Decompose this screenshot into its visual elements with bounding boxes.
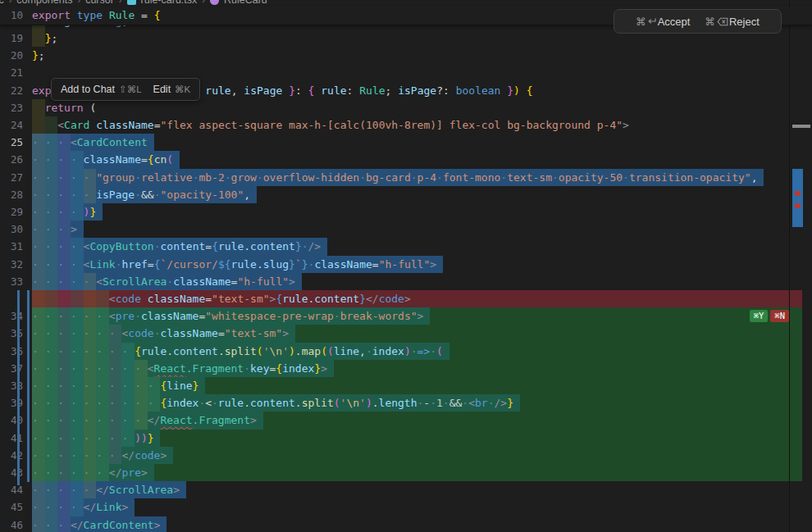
- code-editor[interactable]: src › components › cursor › rule-card.ts…: [0, 0, 812, 532]
- indent-guide: ·: [71, 447, 84, 464]
- line-number[interactable]: 42: [0, 447, 23, 464]
- code-line[interactable]: 27· · · · · "group·relative·mb-2·grow·ov…: [0, 169, 812, 186]
- accept-hunk-badge[interactable]: ⌘Y: [750, 310, 769, 322]
- breadcrumb-item-file[interactable]: rule-card.tsx: [141, 0, 198, 6]
- added-code-line[interactable]: 36· · · · · · · · {rule.content.split('\…: [0, 343, 812, 360]
- line-number[interactable]: 40: [0, 412, 23, 429]
- breadcrumb-item-components[interactable]: components: [16, 0, 72, 6]
- code-token: pre: [116, 310, 135, 322]
- add-to-chat-button[interactable]: Add to Chat ⇧⌘L: [61, 84, 142, 95]
- code-token: >: [154, 519, 161, 531]
- added-code-line[interactable]: 37· · · · · · · · · <React.Fragment·key=…: [0, 360, 812, 377]
- line-number[interactable]: 35: [0, 325, 23, 342]
- deleted-code-line[interactable]: · · · · · · <code className="text-sm">{r…: [0, 290, 812, 307]
- diff-gutter-bar: [27, 290, 30, 482]
- code-text: · · · · · "group·relative·mb-2·grow·over…: [32, 169, 764, 186]
- code-text: · · · · · · · · · </React.Fragment>: [32, 412, 263, 429]
- line-number[interactable]: 37: [0, 360, 23, 377]
- indent-guide: ·: [96, 377, 109, 394]
- code-line[interactable]: 32· · · · <Link·href={`/cursor/${rule.sl…: [0, 256, 812, 273]
- code-token: className: [314, 258, 372, 271]
- line-number[interactable]: 46: [0, 516, 23, 532]
- added-code-line[interactable]: 35· · · · · · · <code·className="text-sm…: [0, 325, 812, 342]
- indent-guide: ·: [84, 290, 97, 307]
- overview-ruler-selection-marker[interactable]: [792, 169, 803, 227]
- indent-guide: ·: [135, 360, 148, 377]
- breadcrumb-item-src[interactable]: src: [0, 0, 4, 6]
- code-line[interactable]: 45· · · · </Link>: [0, 498, 812, 516]
- line-number[interactable]: 26: [0, 151, 23, 168]
- code-token: Link: [96, 501, 121, 513]
- line-number[interactable]: 39: [0, 394, 23, 412]
- line-number[interactable]: 22: [0, 82, 23, 99]
- line-number[interactable]: 28: [0, 186, 23, 203]
- added-code-line[interactable]: 43· · · · · · </pre>: [0, 464, 812, 481]
- added-code-line[interactable]: 41· · · · · · · · ))}: [0, 430, 812, 447]
- line-number[interactable]: 44: [0, 481, 23, 498]
- code-line[interactable]: 25· · · <CardContent: [0, 134, 812, 151]
- indent-guide: ·: [96, 447, 109, 464]
- code-text: · · · · · <ScrollArea·className="h-full"…: [32, 273, 302, 290]
- code-line[interactable]: 31· · · · <CopyButton·content={rule.cont…: [0, 238, 812, 255]
- code-line[interactable]: 20};: [0, 47, 812, 64]
- line-number[interactable]: 29: [0, 203, 23, 221]
- code-token: }: [89, 206, 96, 218]
- line-number[interactable]: 23: [0, 99, 23, 116]
- added-code-line[interactable]: 34· · · · · · <pre·className="whitespace…: [0, 307, 812, 325]
- selection-highlight: · · · · · </ScrollArea>: [32, 481, 186, 498]
- line-number[interactable]: 31: [0, 238, 23, 255]
- added-code-line[interactable]: 40· · · · · · · · · </React.Fragment>: [0, 412, 812, 429]
- indent-guide: ·: [45, 516, 58, 532]
- added-code-line[interactable]: 39· · · · · · · · · · {index·<·rule.cont…: [0, 394, 812, 412]
- line-number[interactable]: 45: [0, 498, 23, 516]
- added-code-line[interactable]: 38· · · · · · · · · · {line}: [0, 377, 812, 394]
- code-token: >: [160, 449, 167, 462]
- line-number[interactable]: 24: [0, 116, 23, 134]
- indent-guide: ·: [45, 464, 58, 481]
- line-number[interactable]: 34: [0, 307, 23, 325]
- code-line[interactable]: 29· · · · )}: [0, 203, 812, 221]
- indent-guide: ·: [121, 430, 135, 447]
- line-number[interactable]: 33: [0, 273, 23, 290]
- line-number[interactable]: 43: [0, 464, 23, 481]
- code-line[interactable]: 28· · · · · isPage·&&·"opacity-100",: [0, 186, 812, 203]
- code-token: ·: [244, 362, 250, 375]
- reject-button[interactable]: ⌘ Reject: [705, 16, 759, 28]
- code-line[interactable]: 26· · · · className={cn(: [0, 151, 812, 168]
- indent-guide: ·: [71, 290, 84, 307]
- edit-button[interactable]: Edit ⌘K: [153, 84, 191, 95]
- code-text: · · · · · · · </code>: [32, 447, 173, 464]
- code-line[interactable]: 46· · · </CardContent>: [0, 516, 812, 532]
- breadcrumb-item-cursor[interactable]: cursor: [85, 0, 114, 6]
- line-number[interactable]: 27: [0, 169, 23, 186]
- code-line[interactable]: 30· · · >: [0, 221, 812, 238]
- code-text: · };: [32, 30, 57, 47]
- accept-button[interactable]: ⌘ Accept: [636, 16, 690, 28]
- indent-guide: ·: [96, 412, 109, 429]
- code-token: ·<·: [198, 397, 217, 409]
- indent-guide: ·: [57, 343, 71, 360]
- line-number[interactable]: 38: [0, 377, 23, 394]
- overview-ruler-error-marker: [795, 191, 801, 196]
- line-number[interactable]: 30: [0, 221, 23, 238]
- added-code-line[interactable]: 42· · · · · · · </code>: [0, 447, 812, 464]
- indent-guide: ·: [148, 394, 161, 412]
- breadcrumb-item-symbol[interactable]: RuleCard: [224, 0, 267, 6]
- indent-guide: ·: [109, 412, 122, 429]
- code-token: >: [282, 327, 289, 339]
- code-token: "flex aspect-square max-h-[calc(100vh-8r…: [161, 119, 623, 131]
- code-line[interactable]: 23· return (: [0, 99, 812, 116]
- indent-guide: ·: [45, 325, 58, 342]
- line-number[interactable]: 36: [0, 343, 23, 360]
- reject-hunk-badge[interactable]: ⌘N: [770, 310, 789, 322]
- code-token: =: [372, 258, 379, 271]
- line-number[interactable]: 32: [0, 256, 23, 273]
- code-line[interactable]: 33· · · · · <ScrollArea·className="h-ful…: [0, 273, 812, 290]
- indent-guide: ·: [45, 412, 58, 429]
- selection-highlight: · · · · <CopyButton·content={rule.conten…: [32, 238, 327, 255]
- line-number[interactable]: 41: [0, 430, 23, 447]
- line-number[interactable]: 25: [0, 134, 23, 151]
- code-line[interactable]: 24· · <Card className="flex aspect-squar…: [0, 116, 812, 134]
- code-line[interactable]: 44· · · · · </ScrollArea>: [0, 481, 812, 498]
- indent-guide: ·: [32, 290, 45, 307]
